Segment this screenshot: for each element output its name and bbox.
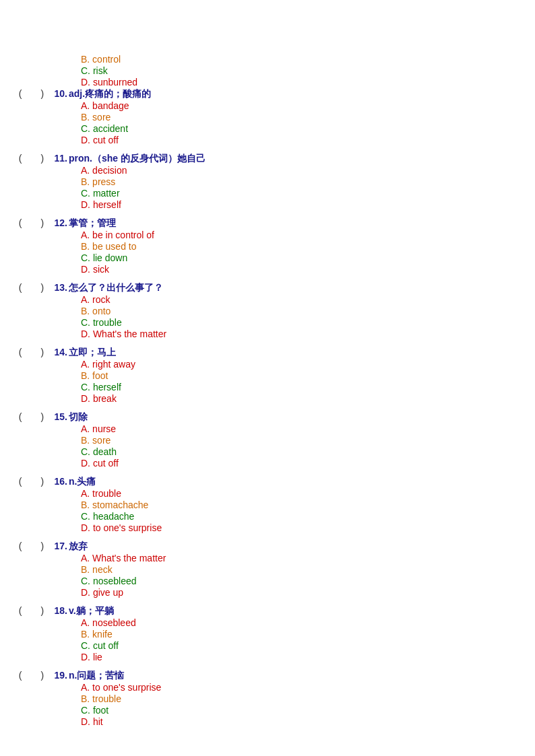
q10-option-b: B. sore — [81, 112, 535, 123]
bracket-left-14: ( — [9, 347, 22, 357]
q14-option-a: A. right away — [81, 359, 535, 370]
question-12: ( ) 12. 掌管；管理 A. be in control of B. be … — [0, 217, 535, 279]
q12-option-b: B. be used to — [81, 241, 535, 252]
q10-options: A. bandage B. sore C. accident D. cut of… — [81, 100, 535, 146]
q11-option-a: A. decision — [81, 165, 535, 176]
q17-option-c: C. nosebleed — [81, 576, 535, 586]
q15-options: A. nurse B. sore C. death D. cut off — [81, 423, 535, 469]
question-13: ( ) 13. 怎么了？出什么事了？ A. rock B. onto C. tr… — [0, 282, 535, 344]
q19-options: A. to one's surprise B. trouble C. foot … — [81, 682, 535, 728]
q19-option-b: B. trouble — [81, 693, 535, 704]
q16-number: 16. — [55, 476, 67, 487]
q12-text: 掌管；管理 — [69, 217, 116, 230]
q13-number: 13. — [55, 282, 67, 293]
question-14: ( ) 14. 立即；马上 A. right away B. foot C. h… — [0, 347, 535, 409]
q17-option-d: D. give up — [81, 587, 535, 598]
q15-option-b: B. sore — [81, 435, 535, 446]
q13-option-c: C. trouble — [81, 317, 535, 328]
bracket-left-15: ( — [9, 411, 22, 422]
q16-option-d: D. to one's surprise — [81, 522, 535, 533]
question-15: ( ) 15. 切除 A. nurse B. sore C. death D. … — [0, 411, 535, 473]
bracket-left-17: ( — [9, 541, 22, 551]
bracket-right-15: ) — [41, 411, 55, 422]
q19-option-a: A. to one's surprise — [81, 682, 535, 693]
bracket-left-19: ( — [9, 670, 22, 681]
q11-number: 11. — [55, 153, 67, 164]
bracket-left-11: ( — [9, 153, 22, 164]
bracket-right-13: ) — [41, 282, 55, 293]
bracket-left-10: ( — [9, 88, 22, 99]
q18-options: A. nosebleed B. knife C. cut off D. lie — [81, 617, 535, 663]
q11-options: A. decision B. press C. matter D. hersel… — [81, 165, 535, 211]
q15-text: 切除 — [69, 411, 88, 423]
bracket-left-16: ( — [9, 476, 22, 487]
q15-option-a: A. nurse — [81, 423, 535, 434]
question-19: ( ) 19. n.问题；苦恼 A. to one's surprise B. … — [0, 670, 535, 732]
q10-option-a: A. bandage — [81, 100, 535, 111]
q13-text: 怎么了？出什么事了？ — [69, 282, 163, 294]
q18-option-d: D. lie — [81, 652, 535, 662]
q19-number: 19. — [55, 670, 67, 681]
bracket-right-19: ) — [41, 670, 55, 681]
bracket-right-14: ) — [41, 347, 55, 357]
q12-option-d: D. sick — [81, 264, 535, 275]
bracket-left-18: ( — [9, 605, 22, 616]
q18-option-b: B. knife — [81, 629, 535, 640]
q11-option-d: D. herself — [81, 199, 535, 210]
option-b-control: B. control — [81, 54, 535, 65]
bracket-left-12: ( — [9, 217, 22, 228]
q18-option-c: C. cut off — [81, 640, 535, 651]
q15-number: 15. — [55, 411, 67, 422]
question-18: ( ) 18. v.躺；平躺 A. nosebleed B. knife C. … — [0, 605, 535, 667]
q18-option-a: A. nosebleed — [81, 617, 535, 628]
bracket-right-12: ) — [41, 217, 55, 228]
q16-text: n.头痛 — [69, 476, 96, 488]
q17-number: 17. — [55, 541, 67, 551]
q13-option-b: B. onto — [81, 306, 535, 316]
q10-option-c: C. accident — [81, 123, 535, 134]
q14-text: 立即；马上 — [69, 347, 116, 359]
q17-text: 放弃 — [69, 541, 88, 553]
q16-option-a: A. trouble — [81, 488, 535, 499]
q14-option-d: D. break — [81, 393, 535, 404]
q12-option-c: C. lie down — [81, 252, 535, 263]
q12-option-a: A. be in control of — [81, 230, 535, 240]
option-c-risk: C. risk — [81, 65, 535, 76]
page: B. control C. risk D. sunburned ( ) 10. … — [0, 13, 535, 756]
q11-option-c: C. matter — [81, 188, 535, 199]
bracket-right-17: ) — [41, 541, 55, 551]
q14-option-c: C. herself — [81, 382, 535, 392]
q10-option-d: D. cut off — [81, 135, 535, 145]
bracket-right-11: ) — [41, 153, 55, 164]
q17-option-b: B. neck — [81, 564, 535, 575]
q15-option-c: C. death — [81, 446, 535, 457]
q10-text: adj.疼痛的；酸痛的 — [69, 88, 151, 100]
q14-options: A. right away B. foot C. herself D. brea… — [81, 359, 535, 405]
q13-option-d: D. What's the matter — [81, 329, 535, 339]
q11-option-b: B. press — [81, 176, 535, 187]
q17-option-a: A. What's the matter — [81, 553, 535, 563]
q17-options: A. What's the matter B. neck C. noseblee… — [81, 553, 535, 598]
q13-option-a: A. rock — [81, 294, 535, 305]
q14-option-b: B. foot — [81, 370, 535, 381]
bracket-right-18: ) — [41, 605, 55, 616]
question-10: ( ) 10. adj.疼痛的；酸痛的 A. bandage B. sore C… — [0, 88, 535, 150]
bracket-right-10: ) — [41, 88, 55, 99]
question-16: ( ) 16. n.头痛 A. trouble B. stomachache C… — [0, 476, 535, 538]
q14-number: 14. — [55, 347, 67, 357]
q13-options: A. rock B. onto C. trouble D. What's the… — [81, 294, 535, 340]
q18-number: 18. — [55, 605, 67, 616]
q12-number: 12. — [55, 217, 67, 228]
question-17: ( ) 17. 放弃 A. What's the matter B. neck … — [0, 541, 535, 603]
question-11: ( ) 11. pron.（she 的反身代词）她自己 A. decision … — [0, 153, 535, 215]
bracket-left-13: ( — [9, 282, 22, 293]
q16-options: A. trouble B. stomachache C. headache D.… — [81, 488, 535, 534]
q16-option-b: B. stomachache — [81, 500, 535, 510]
q18-text: v.躺；平躺 — [69, 605, 114, 617]
option-d-sunburned: D. sunburned — [81, 77, 535, 88]
q11-text: pron.（she 的反身代词）她自己 — [69, 153, 206, 165]
q16-option-c: C. headache — [81, 511, 535, 522]
q15-option-d: D. cut off — [81, 458, 535, 469]
q10-number: 10. — [55, 88, 67, 99]
q19-text: n.问题；苦恼 — [69, 670, 124, 682]
